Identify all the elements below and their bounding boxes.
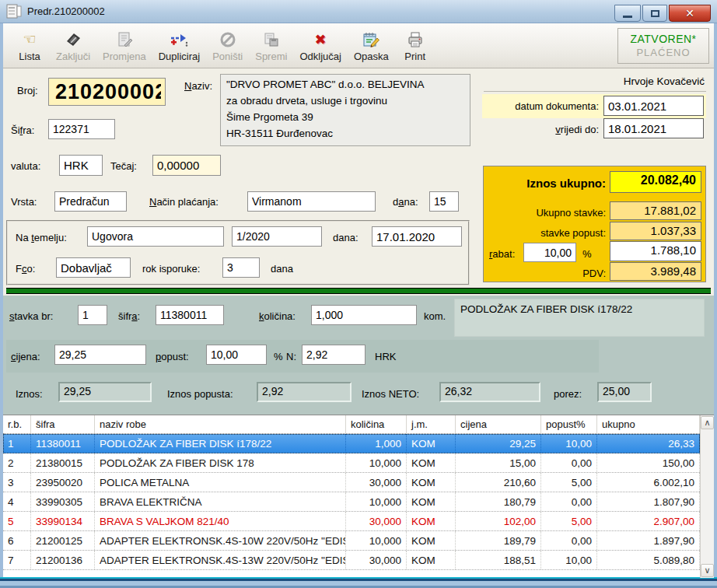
tecaj-input[interactable] — [152, 155, 221, 176]
popust-percent-sign: % — [274, 351, 283, 362]
vrsta-input[interactable] — [54, 191, 127, 212]
cell-popust: 10,00 — [541, 434, 597, 453]
status-zatvoren: ZATVOREN* — [618, 33, 708, 45]
stavka-br-input[interactable] — [78, 305, 107, 325]
cell-popust: 10,00 — [541, 551, 597, 569]
temelj-dana-label: dana: — [333, 232, 358, 243]
scroll-down-icon[interactable]: ∨ — [701, 564, 714, 577]
pdv-label: PDV: — [489, 268, 606, 279]
print-button[interactable]: Print — [395, 26, 435, 65]
cell-ukupno: 5.089,80 — [597, 551, 700, 569]
valuta-input[interactable] — [59, 155, 103, 176]
cell-naziv: PODLOŽAK ZA FIBER DISK í178/22 — [95, 434, 346, 453]
duplicate-arrow-icon — [169, 30, 189, 50]
column-header-kolicina[interactable]: količina — [346, 415, 407, 433]
rok-isporuke-input[interactable] — [222, 257, 260, 278]
cell-popust: 5,00 — [541, 512, 597, 530]
cell-jm: KOM — [407, 473, 456, 492]
cijena-input[interactable] — [54, 345, 146, 365]
table-scrollbar[interactable]: ∧ ∨ — [700, 415, 714, 578]
cell-kolicina: 10,000 — [346, 453, 407, 472]
na-temelju-label: Na temelju: — [16, 232, 67, 243]
minimize-icon — [623, 16, 632, 18]
temelj-datum-input[interactable] — [372, 226, 462, 247]
app-window: RAC Predr.210200002 ✕ ☜ Lista Zaključi — [0, 0, 717, 588]
maximize-button[interactable] — [642, 5, 667, 22]
temelj-vrsta-input[interactable] — [87, 226, 224, 247]
table-row[interactable]: 221380015PODLOŽAK ZA FIBER DISK 17810,00… — [3, 453, 700, 473]
items-table-header: r.b.šifranaziv robekoličinaj.m.cijenapop… — [3, 415, 714, 434]
temelj-broj-input[interactable] — [232, 226, 322, 247]
cell-jm: KOM — [407, 434, 456, 453]
sifra-input[interactable] — [48, 119, 115, 139]
fco-label: Fco: — [16, 263, 35, 275]
iznos-ukupno-label: Iznos ukupno: — [489, 177, 606, 190]
cell-sifra: 21200136 — [31, 551, 95, 569]
iznos-neto-value: 26,32 — [439, 382, 540, 402]
column-header-popust[interactable]: popust% — [541, 415, 597, 433]
cell-sifra: 33990134 — [31, 512, 95, 530]
table-row[interactable]: 111380011PODLOŽAK ZA FIBER DISK í178/221… — [3, 434, 700, 453]
cell-sifra: 21380015 — [31, 453, 95, 472]
promjena-button[interactable]: Promjena — [96, 26, 152, 65]
rabat-percent-sign: % — [582, 248, 592, 260]
dupliciraj-button[interactable]: Dupliciraj — [152, 26, 206, 65]
table-row[interactable]: 433990305BRAVA ELEKTRIČNA10,000KOM180,79… — [3, 492, 700, 512]
fco-input[interactable] — [56, 257, 131, 278]
odkljucaj-button[interactable]: ✖ Odključaj — [293, 26, 347, 65]
cell-kolicina: 1,000 — [346, 434, 407, 453]
column-header-naziv[interactable]: naziv robe — [95, 415, 346, 433]
popust-input[interactable] — [206, 345, 267, 365]
cell-jm: KOM — [407, 492, 456, 511]
vrijedi-do-input[interactable] — [603, 118, 704, 138]
item-sifra-input[interactable] — [156, 305, 224, 325]
cell-naziv: PODLOŽAK ZA FIBER DISK 178 — [95, 453, 346, 472]
dana-input[interactable] — [429, 191, 459, 212]
cell-kolicina: 30,000 — [346, 473, 407, 492]
cancel-circle-icon — [219, 30, 237, 50]
datum-dokumenta-input[interactable] — [603, 96, 704, 116]
window-title: Predr.210200002 — [27, 5, 105, 17]
window-border-right — [714, 23, 717, 577]
table-row[interactable]: 721200136ADAPTER ELEKTRONSK.4S-13W 220V/… — [3, 551, 700, 570]
cell-kolicina: 30,000 — [346, 551, 407, 569]
column-header-cijena[interactable]: cijena — [456, 415, 541, 433]
iznos-value: 29,25 — [58, 382, 152, 402]
cell-rb: 2 — [3, 453, 31, 472]
cell-cijena: 210,60 — [456, 473, 541, 492]
n-input[interactable] — [302, 345, 365, 365]
datum-dokumenta-label: datum dokumenta: — [484, 100, 599, 112]
status-placeno: PLAĆENO — [618, 47, 708, 58]
kolicina-input[interactable] — [311, 305, 417, 325]
ponisti-button[interactable]: Poništi — [206, 26, 249, 65]
popust-label: popust: — [156, 351, 189, 362]
naziv-box[interactable]: "DRVO PROMET ABC" d.o.o. BELJEVINA za ob… — [220, 74, 470, 146]
rabat-input[interactable] — [523, 243, 576, 262]
scroll-up-icon[interactable]: ∧ — [701, 416, 714, 429]
lista-button[interactable]: ☜ Lista — [9, 26, 50, 65]
cell-rb: 4 — [3, 492, 31, 511]
column-header-ukupno[interactable]: ukupno — [597, 415, 700, 433]
close-button[interactable]: ✕ — [669, 5, 711, 22]
stavka-br-label: stavka br: — [9, 310, 53, 322]
column-header-jm[interactable]: j.m. — [407, 415, 456, 433]
zakljuci-button[interactable]: Zaključi — [50, 26, 96, 65]
cell-jm: KOM — [407, 512, 456, 530]
jm-label: kom. — [424, 310, 446, 322]
cell-cijena: 15,00 — [456, 453, 541, 472]
table-row[interactable]: 323950020POLICA METALNA30,000KOM210,605,… — [3, 473, 700, 492]
table-row[interactable]: 533990134BRAVA S VALJKOM 821/4030,000KOM… — [3, 512, 700, 531]
column-header-rb[interactable]: r.b. — [3, 415, 31, 433]
cell-popust: 5,00 — [541, 473, 597, 492]
column-header-sifra[interactable]: šifra — [31, 415, 95, 433]
title-bar[interactable]: RAC Predr.210200002 ✕ — [0, 0, 717, 23]
table-row[interactable]: 621200125ADAPTER ELEKTRONSK.4S-10W 220V/… — [3, 531, 700, 551]
minimize-button[interactable] — [614, 5, 641, 22]
cell-jm: KOM — [407, 531, 456, 550]
naziv-label: Naziv: — [184, 80, 212, 92]
nacin-placanja-input[interactable] — [247, 191, 376, 212]
spremi-button[interactable]: Spremi — [249, 26, 293, 65]
cell-jm: KOM — [407, 453, 456, 472]
opaska-button[interactable]: Opaska — [348, 26, 395, 65]
broj-input[interactable] — [48, 78, 166, 106]
